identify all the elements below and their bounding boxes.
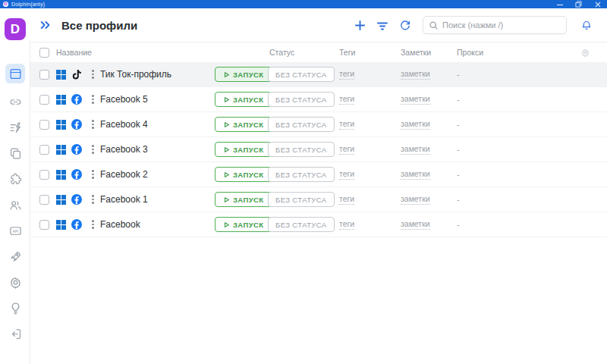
refresh-button[interactable] <box>394 14 417 36</box>
status-button[interactable]: БЕЗ СТАТУСА <box>268 192 335 207</box>
launch-button[interactable]: ЗАПУСК <box>215 192 272 207</box>
sidebar-item-pages[interactable] <box>5 146 25 161</box>
table-body: Тик Ток-профиль ЗАПУСК БЕЗ СТАТУСА теги … <box>30 62 607 237</box>
tags-link[interactable]: теги <box>339 94 354 105</box>
select-all-checkbox[interactable] <box>39 48 49 58</box>
sidebar-item-automation[interactable] <box>5 120 25 135</box>
row-checkbox[interactable] <box>39 145 49 155</box>
row-menu-kebab-icon[interactable] <box>88 93 98 106</box>
sidebar-item-proxy[interactable] <box>5 94 25 109</box>
sidebar-item-logout[interactable] <box>5 326 25 341</box>
profile-name: Facebook 5 <box>100 94 215 105</box>
window-titlebar: D Dolphin{anty} <box>0 0 607 8</box>
row-checkbox[interactable] <box>39 95 49 105</box>
notes-link[interactable]: заметки <box>401 94 430 105</box>
rocket-icon <box>8 249 23 264</box>
notes-link[interactable]: заметки <box>401 144 430 155</box>
row-menu-kebab-icon[interactable] <box>88 67 98 81</box>
row-checkbox[interactable] <box>39 170 49 180</box>
search-box[interactable] <box>423 16 567 34</box>
filter-button[interactable] <box>371 14 394 36</box>
toolbar: Все профили <box>30 8 607 42</box>
notes-link[interactable]: заметки <box>401 69 430 80</box>
windows-icon <box>56 120 66 130</box>
app-logo-icon: D <box>3 2 8 7</box>
tags-link[interactable]: теги <box>339 119 354 130</box>
status-button[interactable]: БЕЗ СТАТУСА <box>268 167 335 182</box>
refresh-icon <box>399 19 411 31</box>
table-row[interactable]: Facebook 2 ЗАПУСК БЕЗ СТАТУСА теги замет… <box>30 162 607 187</box>
notes-link[interactable]: заметки <box>401 119 430 130</box>
tags-link[interactable]: теги <box>339 219 354 230</box>
sidebar-item-settings[interactable] <box>5 275 25 290</box>
maximize-button[interactable] <box>569 0 588 8</box>
launch-button[interactable]: ЗАПУСК <box>215 92 272 107</box>
sidebar-item-api[interactable]: API <box>5 223 25 238</box>
dolphin-logo[interactable]: D <box>5 18 26 40</box>
row-menu-kebab-icon[interactable] <box>88 218 98 231</box>
column-header-notes[interactable]: Заметки <box>396 48 455 57</box>
close-button[interactable] <box>588 0 607 8</box>
row-checkbox[interactable] <box>39 220 49 230</box>
play-icon <box>223 121 230 128</box>
proxy-value: - <box>455 220 546 229</box>
table-row[interactable]: Тик Ток-профиль ЗАПУСК БЕЗ СТАТУСА теги … <box>30 62 607 87</box>
column-header-tags[interactable]: Теги <box>339 48 396 57</box>
sidebar-item-ideas[interactable] <box>5 300 25 315</box>
windows-icon <box>56 95 66 105</box>
row-menu-kebab-icon[interactable] <box>88 193 98 206</box>
profile-name: Facebook 2 <box>100 169 215 180</box>
sidebar-item-teams[interactable] <box>5 197 25 212</box>
facebook-icon <box>71 144 82 155</box>
sidebar-item-launcher[interactable] <box>5 249 25 264</box>
search-input[interactable] <box>442 20 561 30</box>
status-button[interactable]: БЕЗ СТАТУСА <box>268 117 335 132</box>
table-row[interactable]: Facebook 4 ЗАПУСК БЕЗ СТАТУСА теги замет… <box>30 112 607 137</box>
launch-button[interactable]: ЗАПУСК <box>215 167 272 182</box>
column-header-name[interactable]: Название <box>56 48 215 57</box>
window-title: Dolphin{anty} <box>11 2 45 7</box>
notifications-button[interactable] <box>575 14 598 36</box>
notes-link[interactable]: заметки <box>401 169 430 180</box>
table-row[interactable]: Facebook ЗАПУСК БЕЗ СТАТУСА теги заметки… <box>30 212 607 237</box>
column-settings-button[interactable] <box>580 48 607 58</box>
launch-button[interactable]: ЗАПУСК <box>215 217 272 232</box>
row-menu-kebab-icon[interactable] <box>88 168 98 181</box>
launch-button[interactable]: ЗАПУСК <box>215 142 272 157</box>
facebook-icon <box>71 119 82 130</box>
row-checkbox[interactable] <box>39 70 49 80</box>
row-menu-kebab-icon[interactable] <box>88 143 98 156</box>
launch-button[interactable]: ЗАПУСК <box>215 67 272 82</box>
row-checkbox[interactable] <box>39 120 49 130</box>
tags-link[interactable]: теги <box>339 69 354 80</box>
column-header-proxy[interactable]: Прокси <box>455 48 546 57</box>
notes-link[interactable]: заметки <box>401 194 430 205</box>
row-menu-kebab-icon[interactable] <box>88 118 98 131</box>
table-row[interactable]: Facebook 1 ЗАПУСК БЕЗ СТАТУСА теги замет… <box>30 187 607 212</box>
add-profile-button[interactable] <box>348 14 371 36</box>
api-icon: API <box>8 224 23 238</box>
profiles-table: Название Статус Теги Заметки Прокси <box>30 42 607 364</box>
tags-link[interactable]: теги <box>339 169 354 180</box>
tags-link[interactable]: теги <box>339 144 354 155</box>
collapse-sidebar-chevrons-icon[interactable] <box>39 20 52 30</box>
facebook-icon <box>71 94 82 105</box>
page-title: Все профили <box>61 19 137 32</box>
notes-link[interactable]: заметки <box>401 219 430 230</box>
launch-button[interactable]: ЗАПУСК <box>215 117 272 132</box>
status-button[interactable]: БЕЗ СТАТУСА <box>268 217 335 232</box>
status-button[interactable]: БЕЗ СТАТУСА <box>268 67 335 82</box>
tags-link[interactable]: теги <box>339 194 354 205</box>
plus-icon <box>354 20 366 31</box>
proxy-value: - <box>455 195 546 204</box>
profile-name: Facebook 3 <box>100 144 215 155</box>
minimize-button[interactable] <box>550 0 569 8</box>
status-button[interactable]: БЕЗ СТАТУСА <box>268 142 335 157</box>
table-row[interactable]: Facebook 3 ЗАПУСК БЕЗ СТАТУСА теги замет… <box>30 137 607 162</box>
column-header-status[interactable]: Статус <box>268 48 339 57</box>
status-button[interactable]: БЕЗ СТАТУСА <box>268 92 335 107</box>
sidebar-item-profiles[interactable] <box>5 64 25 83</box>
table-row[interactable]: Facebook 5 ЗАПУСК БЕЗ СТАТУСА теги замет… <box>30 87 607 112</box>
sidebar-item-extensions[interactable] <box>5 171 25 187</box>
row-checkbox[interactable] <box>39 195 49 205</box>
